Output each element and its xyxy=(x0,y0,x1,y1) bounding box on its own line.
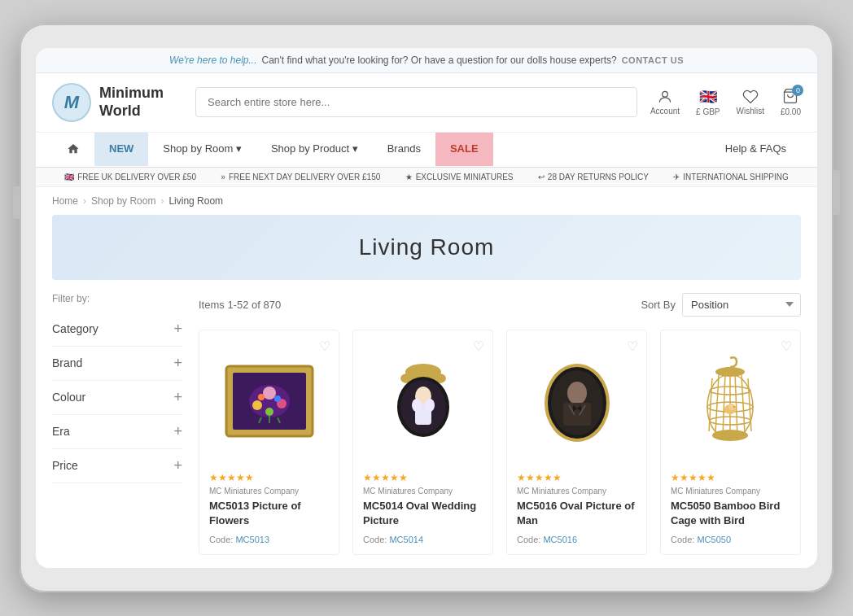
product-name-4: MC5050 Bamboo Bird Cage with Bird xyxy=(671,499,790,528)
product-image-2 xyxy=(363,340,483,462)
filter-category-toggle: + xyxy=(173,321,182,338)
product-brand-4: MC Miniatures Company xyxy=(671,487,790,496)
promo-bar: 🇬🇧 FREE UK DELIVERY OVER £50 » FREE NEXT… xyxy=(36,168,817,187)
page-title: Living Room xyxy=(68,234,785,260)
wishlist-button[interactable]: Wishlist xyxy=(737,89,764,116)
svg-line-42 xyxy=(735,374,737,435)
heart-icon xyxy=(742,89,759,105)
product-code-value-2: MC5014 xyxy=(389,535,423,544)
product-brand-1: MC Miniatures Company xyxy=(209,487,329,496)
promo-exclusive: ★ EXCLUSIVE MINIATURES xyxy=(405,173,514,181)
filter-category[interactable]: Category + xyxy=(52,312,182,347)
help-text: Can't find what you're looking for? Or h… xyxy=(262,55,617,66)
product-card-4[interactable]: ♡ xyxy=(660,330,801,555)
cart-button[interactable]: 0 £0.00 xyxy=(781,88,801,116)
product-flowers-img xyxy=(225,365,314,438)
sort-select[interactable]: Position Name Price: Low to High Price: … xyxy=(682,293,801,317)
nav-brands-label: Brands xyxy=(387,142,421,155)
promo-next-day-text: FREE NEXT DAY DELIVERY OVER £150 xyxy=(229,173,380,181)
product-cage-img xyxy=(696,354,765,448)
nav-shop-room[interactable]: Shop by Room ▾ xyxy=(148,133,256,166)
wishlist-btn-1[interactable]: ♡ xyxy=(319,339,330,354)
search-area xyxy=(195,87,637,117)
product-code-value-3: MC5016 xyxy=(543,535,577,544)
device-button-right xyxy=(833,170,840,215)
promo-returns-icon: ↩ xyxy=(538,173,545,181)
nav-new[interactable]: NEW xyxy=(94,133,148,166)
product-image-3 xyxy=(517,340,636,462)
product-brand-3: MC Miniatures Company xyxy=(517,487,636,496)
filter-price[interactable]: Price + xyxy=(52,449,182,483)
logo-line2: World xyxy=(99,103,164,120)
product-code-value-4: MC5050 xyxy=(697,535,731,544)
filter-price-label: Price xyxy=(52,459,78,472)
filter-era[interactable]: Era + xyxy=(52,415,182,449)
promo-next-day-icon: » xyxy=(221,173,225,181)
device-frame: We're here to help... Can't find what yo… xyxy=(20,24,833,592)
account-label: Account xyxy=(650,107,680,116)
help-title: We're here to help... xyxy=(169,55,256,66)
breadcrumb-shop[interactable]: Shop by Room xyxy=(91,195,155,207)
page-title-banner: Living Room xyxy=(52,215,801,280)
svg-point-48 xyxy=(712,430,748,441)
nav-home[interactable] xyxy=(52,133,94,167)
logo-area[interactable]: M Minimum World xyxy=(52,83,182,122)
search-input[interactable] xyxy=(195,87,637,117)
device-button-left xyxy=(13,186,20,219)
currency-label: £ GBP xyxy=(696,107,720,116)
product-portrait-img xyxy=(540,356,614,446)
nav-sale[interactable]: SALE xyxy=(435,133,493,166)
wishlist-btn-2[interactable]: ♡ xyxy=(473,339,484,354)
nav-help-label: Help & FAQs xyxy=(725,142,786,155)
product-card-2[interactable]: ♡ xyxy=(352,330,493,555)
promo-returns: ↩ 28 DAY RETURNS POLICY xyxy=(538,173,649,181)
breadcrumb-home[interactable]: Home xyxy=(52,195,78,207)
currency-selector[interactable]: 🇬🇧 £ GBP xyxy=(696,88,720,116)
product-name-3: MC5016 Oval Picture of Man xyxy=(517,499,636,528)
svg-rect-29 xyxy=(563,403,591,426)
product-code-2: Code: MC5014 xyxy=(363,535,483,544)
wishlist-btn-3[interactable]: ♡ xyxy=(627,339,638,354)
cart-label: £0.00 xyxy=(781,107,801,116)
promo-exclusive-text: EXCLUSIVE MINIATURES xyxy=(416,173,514,181)
nav-shop-product-label: Shop by Product ▾ xyxy=(271,142,358,155)
filter-brand-toggle: + xyxy=(173,355,182,372)
filter-brand[interactable]: Brand + xyxy=(52,347,182,381)
product-card-3[interactable]: ♡ xyxy=(506,330,647,555)
home-icon xyxy=(67,142,80,155)
filter-brand-label: Brand xyxy=(52,356,82,369)
promo-next-day: » FREE NEXT DAY DELIVERY OVER £150 xyxy=(221,173,380,181)
wishlist-btn-4[interactable]: ♡ xyxy=(781,339,792,354)
svg-point-24 xyxy=(425,399,435,412)
logo-letter: M xyxy=(64,92,79,113)
promo-international: ✈ INTERNATIONAL SHIPPING xyxy=(673,173,788,181)
product-stars-1: ★★★★★ xyxy=(209,472,329,483)
product-card-1[interactable]: ♡ xyxy=(199,330,339,555)
header-icons: Account 🇬🇧 £ GBP Wishlist xyxy=(650,88,801,116)
nav-shop-room-label: Shop by Room ▾ xyxy=(163,142,242,155)
svg-point-23 xyxy=(412,399,422,412)
main-nav: NEW Shop by Room ▾ Shop by Product ▾ Bra… xyxy=(36,133,817,168)
nav-brands[interactable]: Brands xyxy=(373,133,435,166)
filter-colour-label: Colour xyxy=(52,391,85,404)
svg-point-7 xyxy=(263,387,276,400)
account-button[interactable]: Account xyxy=(650,89,680,116)
filter-era-toggle: + xyxy=(173,423,182,440)
promo-flag: 🇬🇧 xyxy=(64,173,74,181)
nav-shop-product[interactable]: Shop by Product ▾ xyxy=(256,133,373,166)
product-oval-img xyxy=(391,362,456,439)
svg-point-10 xyxy=(265,408,273,416)
svg-line-40 xyxy=(723,374,725,435)
promo-star-icon: ★ xyxy=(405,173,413,181)
filter-era-label: Era xyxy=(52,425,70,438)
filter-colour[interactable]: Colour + xyxy=(52,381,182,415)
sidebar: Filter by: Category + Brand + Colour + E… xyxy=(52,293,182,555)
nav-new-label: NEW xyxy=(109,142,133,155)
contact-link[interactable]: CONTACT US xyxy=(622,55,684,65)
nav-help[interactable]: Help & FAQs xyxy=(711,133,801,166)
product-brand-2: MC Miniatures Company xyxy=(363,487,483,496)
promo-delivery-text: FREE UK DELIVERY OVER £50 xyxy=(77,173,196,181)
svg-point-11 xyxy=(258,394,265,400)
products-area: Items 1-52 of 870 Sort By Position Name … xyxy=(199,293,801,555)
site-header: M Minimum World xyxy=(36,73,817,133)
